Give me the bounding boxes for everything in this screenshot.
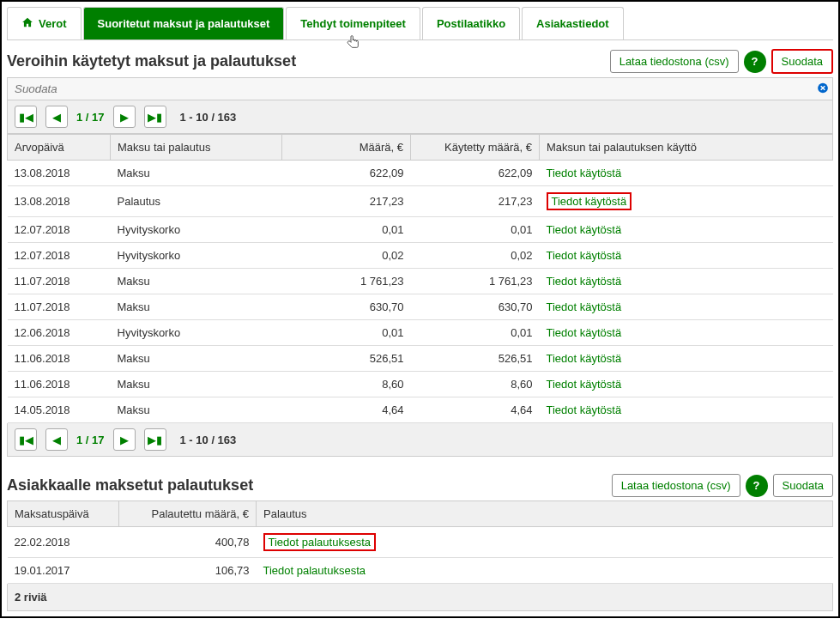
filter-input[interactable] xyxy=(8,78,832,100)
page-info: 1 / 17 xyxy=(76,434,105,446)
col-palautettu[interactable]: Palautettu määrä, € xyxy=(119,501,257,527)
col-maksu[interactable]: Maksu tai palautus xyxy=(111,135,282,161)
details-link[interactable]: Tiedot palautuksesta xyxy=(263,564,366,577)
next-page-button[interactable]: ▶ xyxy=(113,428,136,451)
cell-date: 11.07.2018 xyxy=(8,294,111,320)
cell-used: 526,51 xyxy=(411,346,540,372)
details-link[interactable]: Tiedot käytöstä xyxy=(547,249,622,262)
cell-used: 217,23 xyxy=(411,186,540,217)
cell-used: 1 761,23 xyxy=(411,269,540,294)
table-row: 13.08.2018Maksu622,09622,09Tiedot käytös… xyxy=(8,161,833,186)
cell-type: Hyvityskorko xyxy=(111,243,282,269)
table-row: 12.07.2018Hyvityskorko0,020,02Tiedot käy… xyxy=(8,243,833,269)
col-kaytetty[interactable]: Käytetty määrä, € xyxy=(411,135,540,161)
cell-link: Tiedot palautuksesta xyxy=(257,527,833,558)
col-palautus[interactable]: Palautus xyxy=(257,501,833,527)
section-title: Asiakkaalle maksetut palautukset xyxy=(7,476,253,494)
tab-bar: Verot Suoritetut maksut ja palautukset T… xyxy=(7,7,833,40)
cell-date: 11.06.2018 xyxy=(8,346,111,372)
next-page-button[interactable]: ▶ xyxy=(113,106,136,128)
details-link[interactable]: Tiedot käytöstä xyxy=(547,167,622,179)
cell-type: Maksu xyxy=(111,372,282,397)
cell-used: 630,70 xyxy=(411,294,540,320)
last-page-button[interactable]: ▶▮ xyxy=(144,106,166,128)
cell-amount: 622,09 xyxy=(282,161,411,186)
table-row: 11.06.2018Maksu8,608,60Tiedot käytöstä xyxy=(8,372,833,397)
details-link[interactable]: Tiedot käytöstä xyxy=(547,352,622,365)
filter-button[interactable]: Suodata xyxy=(773,474,833,497)
cell-type: Hyvityskorko xyxy=(111,217,282,243)
prev-page-button[interactable]: ◀ xyxy=(45,106,68,128)
first-page-button[interactable]: ▮◀ xyxy=(15,106,37,128)
cell-link: Tiedot käytöstä xyxy=(540,372,833,397)
cell-amount: 0,02 xyxy=(282,243,411,269)
cell-used: 0,01 xyxy=(411,320,540,346)
cell-link: Tiedot käytöstä xyxy=(540,346,833,372)
col-maksatuspaiva[interactable]: Maksatuspäivä xyxy=(8,501,119,527)
first-page-button[interactable]: ▮◀ xyxy=(15,428,37,451)
table-row: 13.08.2018Palautus217,23217,23Tiedot käy… xyxy=(8,186,833,217)
refunds-table: Maksatuspäivä Palautettu määrä, € Palaut… xyxy=(7,500,833,584)
cell-date: 12.07.2018 xyxy=(8,243,111,269)
table-row: 14.05.2018Maksu4,644,64Tiedot käytöstä xyxy=(8,397,833,423)
tab-label: Verot xyxy=(39,17,67,30)
download-csv-button[interactable]: Lataa tiedostona (csv) xyxy=(612,474,740,497)
tab-label: Suoritetut maksut ja palautukset xyxy=(98,17,270,30)
table-row: 22.02.2018400,78Tiedot palautuksesta xyxy=(8,527,833,558)
clear-icon[interactable] xyxy=(817,82,829,96)
cell-amount: 630,70 xyxy=(282,294,411,320)
cell-link: Tiedot käytöstä xyxy=(540,294,833,320)
cell-date: 13.08.2018 xyxy=(8,161,111,186)
help-button[interactable]: ? xyxy=(744,51,766,73)
cell-date: 11.07.2018 xyxy=(8,269,111,294)
cell-date: 19.01.2017 xyxy=(8,558,119,584)
cell-amount: 0,01 xyxy=(282,217,411,243)
tab-suoritetut[interactable]: Suoritetut maksut ja palautukset xyxy=(83,7,285,39)
section-title: Veroihin käytetyt maksut ja palautukset xyxy=(7,52,296,70)
cell-link: Tiedot palautuksesta xyxy=(257,558,833,584)
details-link[interactable]: Tiedot käytöstä xyxy=(547,223,622,236)
cell-amount: 526,51 xyxy=(282,346,411,372)
cell-date: 12.06.2018 xyxy=(8,320,111,346)
tab-tehdyt[interactable]: Tehdyt toimenpiteet xyxy=(286,7,420,39)
details-link[interactable]: Tiedot käytöstä xyxy=(547,195,632,208)
table-row: 11.07.2018Maksu630,70630,70Tiedot käytös… xyxy=(8,294,833,320)
pager-bottom: ▮◀ ◀ 1 / 17 ▶ ▶▮ 1 - 10 / 163 xyxy=(7,423,833,457)
last-page-button[interactable]: ▶▮ xyxy=(144,428,166,451)
cell-link: Tiedot käytöstä xyxy=(540,269,833,294)
row-count: 2 riviä xyxy=(7,584,833,611)
table-row: 11.06.2018Maksu526,51526,51Tiedot käytös… xyxy=(8,346,833,372)
details-link[interactable]: Tiedot käytöstä xyxy=(547,378,622,391)
tab-postilaatikko[interactable]: Postilaatikko xyxy=(422,7,520,39)
cell-link: Tiedot käytöstä xyxy=(540,161,833,186)
filter-button[interactable]: Suodata xyxy=(771,49,833,74)
cell-date: 11.06.2018 xyxy=(8,372,111,397)
cell-type: Palautus xyxy=(111,186,282,217)
details-link[interactable]: Tiedot käytöstä xyxy=(547,326,622,339)
tab-verot[interactable]: Verot xyxy=(7,7,82,39)
page-info: 1 / 17 xyxy=(76,111,105,124)
help-button[interactable]: ? xyxy=(746,475,768,497)
cell-amount: 400,78 xyxy=(119,527,257,558)
cell-type: Maksu xyxy=(111,346,282,372)
col-maara[interactable]: Määrä, € xyxy=(282,135,411,161)
cell-link: Tiedot käytöstä xyxy=(540,217,833,243)
prev-page-button[interactable]: ◀ xyxy=(45,428,68,451)
cell-used: 0,01 xyxy=(411,217,540,243)
col-arvopaiva[interactable]: Arvopäivä xyxy=(8,135,111,161)
cell-link: Tiedot käytöstä xyxy=(540,397,833,423)
details-link[interactable]: Tiedot käytöstä xyxy=(547,403,622,416)
details-link[interactable]: Tiedot käytöstä xyxy=(547,300,622,313)
table-row: 19.01.2017106,73Tiedot palautuksesta xyxy=(8,558,833,584)
table-row: 12.07.2018Hyvityskorko0,010,01Tiedot käy… xyxy=(8,217,833,243)
details-link[interactable]: Tiedot käytöstä xyxy=(547,275,622,288)
cell-amount: 4,64 xyxy=(282,397,411,423)
cell-amount: 0,01 xyxy=(282,320,411,346)
details-link[interactable]: Tiedot palautuksesta xyxy=(263,536,376,549)
tab-asiakastiedot[interactable]: Asiakastiedot xyxy=(522,7,624,39)
download-csv-button[interactable]: Lataa tiedostona (csv) xyxy=(610,50,739,73)
col-kaytto[interactable]: Maksun tai palautuksen käyttö xyxy=(540,135,833,161)
tab-label: Tehdyt toimenpiteet xyxy=(300,17,406,30)
pager-top: ▮◀ ◀ 1 / 17 ▶ ▶▮ 1 - 10 / 163 xyxy=(7,100,833,134)
payments-table: Arvopäivä Maksu tai palautus Määrä, € Kä… xyxy=(7,134,833,423)
